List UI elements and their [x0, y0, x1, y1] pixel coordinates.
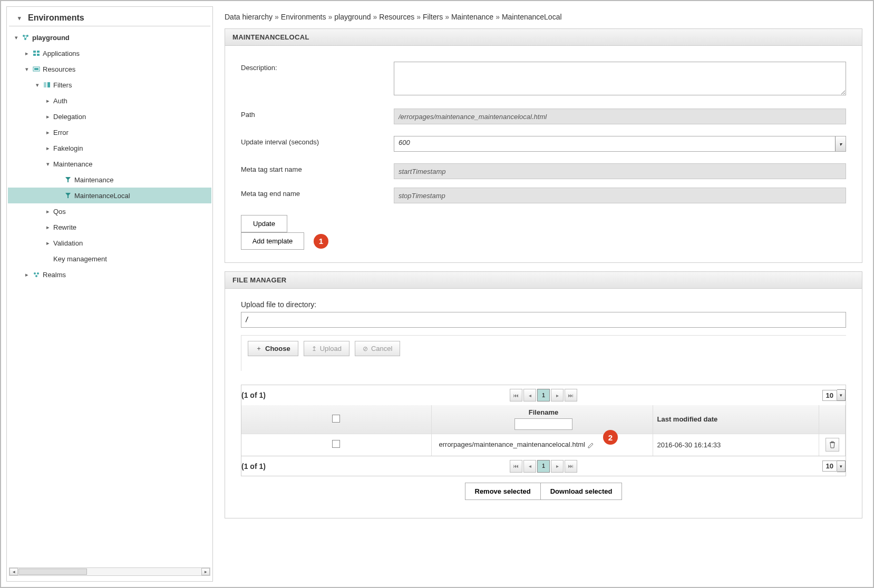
cancel-button[interactable]: ⊘ Cancel: [355, 341, 400, 356]
breadcrumb-item[interactable]: Environments: [281, 13, 326, 21]
chevron-right-icon[interactable]: ▸: [24, 271, 30, 278]
chevron-down-icon[interactable]: ▾: [24, 66, 30, 73]
tree-item[interactable]: ▾playground: [8, 30, 211, 45]
label-meta-end: Meta tag end name: [241, 188, 394, 198]
chevron-right-icon[interactable]: ▸: [45, 240, 51, 247]
remove-selected-button[interactable]: Remove selected: [465, 483, 541, 500]
pager-last-button[interactable]: ⏭: [565, 389, 577, 401]
tree-item[interactable]: ▸Rewrite: [8, 219, 211, 235]
pager-prev-button[interactable]: ◂: [523, 460, 536, 473]
row-checkbox[interactable]: [332, 440, 340, 448]
pager-prev-button[interactable]: ◂: [523, 389, 536, 401]
chevron-right-icon[interactable]: ▸: [45, 224, 51, 231]
update-interval-select[interactable]: 600 ▾: [394, 136, 846, 152]
add-template-button[interactable]: Add template: [241, 232, 304, 250]
tree-item-label: Error: [53, 129, 69, 136]
tree-item[interactable]: ▸Realms: [8, 267, 211, 282]
tree-item[interactable]: MaintenanceLocal: [8, 188, 211, 203]
choose-button[interactable]: ＋ Choose: [248, 341, 298, 356]
panel-title: MAINTENANCELOCAL: [225, 29, 862, 46]
tree-item[interactable]: Key management: [8, 251, 211, 267]
sidebar: ▾ Environments ▾playground▸Applications▾…: [6, 6, 213, 582]
scroll-right-icon[interactable]: ▸: [201, 568, 210, 575]
breadcrumb-item[interactable]: Filters: [423, 13, 443, 21]
tree-item-label: MaintenanceLocal: [74, 192, 130, 200]
pager-controls: ⏮ ◂ 1 ▸ ⏭: [510, 460, 577, 473]
pager-last-button[interactable]: ⏭: [565, 460, 577, 473]
svg-rect-8: [34, 68, 38, 70]
pager-next-button[interactable]: ▸: [551, 460, 564, 473]
label-update-interval: Update interval (seconds): [241, 136, 394, 146]
pager-page-1[interactable]: 1: [537, 389, 550, 401]
svg-rect-6: [37, 54, 40, 56]
tree-item[interactable]: ▾Resources: [8, 61, 211, 77]
select-all-checkbox[interactable]: [332, 415, 340, 423]
svg-point-13: [35, 275, 37, 277]
svg-point-11: [34, 272, 36, 275]
chevron-right-icon[interactable]: ▸: [45, 97, 51, 104]
tree-item[interactable]: ▸Error: [8, 124, 211, 140]
tree-item[interactable]: ▸Qos: [8, 203, 211, 219]
chevron-right-icon[interactable]: ▸: [24, 50, 30, 57]
tree-item[interactable]: ▾Filters: [8, 77, 211, 93]
breadcrumb-item[interactable]: Data hierarchy: [225, 13, 273, 21]
breadcrumb-separator-icon: »: [445, 13, 449, 21]
label-path: Path: [241, 109, 394, 119]
rows-per-page-select[interactable]: 10 ▾: [822, 389, 846, 401]
edit-icon[interactable]: [587, 442, 595, 449]
upload-path-input[interactable]: [241, 312, 846, 328]
tree-item[interactable]: Maintenance: [8, 172, 211, 188]
chevron-down-icon[interactable]: ▾: [13, 34, 20, 41]
pager-info: (1 of 1): [241, 462, 266, 471]
tree-item[interactable]: ▸Validation: [8, 235, 211, 251]
table-row: errorpages/maintenance_maintenancelocal.…: [241, 434, 846, 456]
chevron-down-icon[interactable]: ▾: [34, 82, 41, 89]
update-button[interactable]: Update: [241, 215, 287, 232]
svg-point-12: [37, 272, 39, 275]
download-selected-button[interactable]: Download selected: [541, 483, 623, 500]
sidebar-header[interactable]: ▾ Environments: [9, 10, 210, 26]
filter-icon: [43, 81, 51, 89]
pager-first-button[interactable]: ⏮: [510, 460, 522, 473]
res-icon: [32, 65, 41, 73]
description-textarea[interactable]: [394, 62, 846, 95]
tree-item[interactable]: ▾Maintenance: [8, 156, 211, 172]
tree-item[interactable]: ▸Delegation: [8, 109, 211, 124]
breadcrumb-item[interactable]: MaintenanceLocal: [502, 13, 562, 21]
horizontal-scrollbar[interactable]: ◂ ▸: [9, 567, 210, 576]
scroll-thumb[interactable]: [18, 569, 87, 575]
annotation-badge-1: 1: [314, 234, 328, 249]
chevron-right-icon[interactable]: ▸: [45, 145, 51, 152]
tree-item[interactable]: ▸Applications: [8, 45, 211, 61]
breadcrumb-item[interactable]: Resources: [379, 13, 414, 21]
svg-rect-3: [33, 51, 36, 53]
filename-filter-input[interactable]: [514, 418, 572, 430]
upload-icon: ↥: [312, 345, 317, 352]
upload-button[interactable]: ↥ Upload: [304, 341, 349, 356]
label-description: Description:: [241, 62, 394, 72]
tree-item-label: Maintenance: [53, 160, 92, 168]
svg-rect-4: [37, 51, 40, 53]
pager-info: (1 of 1): [241, 391, 266, 399]
pager-page-1[interactable]: 1: [537, 460, 550, 473]
chevron-right-icon[interactable]: ▸: [45, 129, 51, 136]
pager-first-button[interactable]: ⏮: [510, 389, 522, 401]
chevron-down-icon[interactable]: ▾: [45, 161, 51, 168]
breadcrumb-separator-icon: »: [328, 13, 332, 21]
chevron-right-icon[interactable]: ▸: [45, 113, 51, 120]
app-icon: [32, 50, 41, 57]
tree-item-label: Applications: [43, 50, 80, 57]
env-icon: [22, 34, 30, 41]
chevron-right-icon[interactable]: ▸: [45, 208, 51, 215]
tree-item[interactable]: ▸Fakelogin: [8, 140, 211, 156]
meta-start-field: startTimestamp: [394, 163, 846, 179]
breadcrumb-item[interactable]: playground: [334, 13, 371, 21]
delete-button[interactable]: [826, 438, 839, 452]
tree-item[interactable]: ▸Auth: [8, 93, 211, 109]
annotation-badge-2: 2: [603, 430, 618, 445]
rows-per-page-select[interactable]: 10 ▾: [822, 460, 846, 472]
pager-next-button[interactable]: ▸: [551, 389, 564, 401]
maintenance-panel: MAINTENANCELOCAL Description: Path /erro…: [225, 28, 862, 263]
breadcrumb-item[interactable]: Maintenance: [451, 13, 493, 21]
scroll-left-icon[interactable]: ◂: [9, 568, 18, 575]
